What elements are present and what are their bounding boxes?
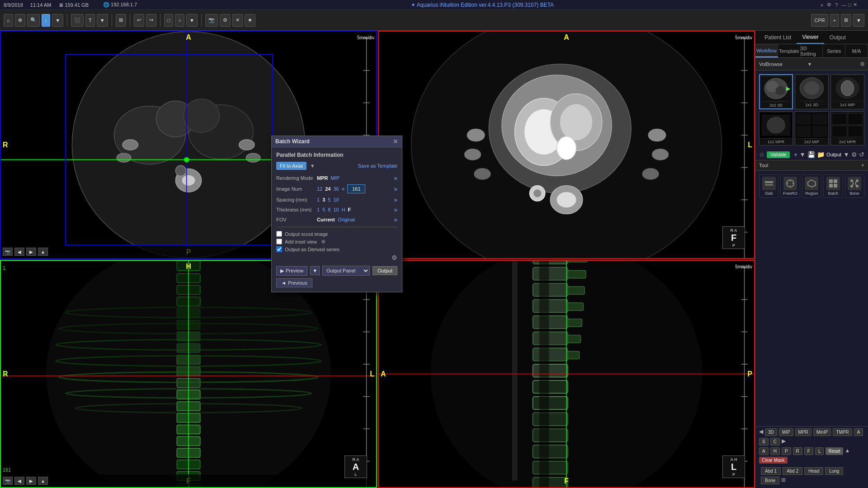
sidebar-tab-template[interactable]: Template: [778, 44, 801, 57]
sidebar-tab-3dsetting[interactable]: 3D Setting: [801, 44, 823, 57]
left-arrow-icon[interactable]: ◀: [759, 428, 763, 436]
vp1-expand[interactable]: ▲: [38, 248, 48, 256]
vp3-camera[interactable]: 📷: [3, 477, 13, 485]
tool-plus[interactable]: +: [830, 14, 839, 27]
bw-thick-5[interactable]: 5: [322, 207, 325, 212]
vol-thumb-2x2-3d[interactable]: ▶ 2x2 3D: [759, 74, 793, 109]
minimize-btn[interactable]: —: [841, 2, 846, 8]
close-btn[interactable]: ✕: [853, 2, 857, 8]
vp1-prev[interactable]: ◀: [14, 248, 24, 256]
orient-p[interactable]: P: [782, 447, 791, 455]
validate-button[interactable]: Validate: [767, 151, 790, 158]
folder-icon[interactable]: 📁: [817, 151, 825, 158]
vp3-next[interactable]: ▶: [26, 477, 36, 485]
mode-minip[interactable]: MinIP: [813, 428, 831, 436]
tool-redo[interactable]: ↪: [146, 14, 156, 27]
bw-fov-current[interactable]: Current: [317, 217, 335, 222]
bw-thick-8[interactable]: 8: [328, 207, 330, 212]
vol-thumb-1x1-mip[interactable]: 1x1 MIP: [830, 74, 864, 109]
refresh-icon[interactable]: ↺: [859, 151, 864, 158]
bodypart-bone[interactable]: Bone: [761, 477, 779, 484]
orient-a[interactable]: A: [759, 447, 769, 455]
clear-mask-button[interactable]: Clear Mask: [759, 457, 788, 464]
bw-opt-36[interactable]: 36: [334, 186, 339, 192]
bodypart-abd1[interactable]: Abd 1: [761, 467, 781, 475]
bw-spacing-5[interactable]: 5: [328, 197, 330, 202]
orient-r[interactable]: R: [793, 447, 802, 455]
vol-thumb-1x1-mpr[interactable]: 1x1 MPR: [759, 111, 793, 145]
bodypart-lung[interactable]: Lung: [825, 467, 843, 475]
add-icon[interactable]: +: [794, 151, 797, 158]
orient-up-icon[interactable]: ▲: [845, 447, 850, 455]
orient-l[interactable]: L: [815, 447, 824, 455]
save-icon[interactable]: 💾: [807, 151, 815, 158]
help-icon[interactable]: ?: [835, 2, 838, 8]
tool-home[interactable]: ⌂: [4, 14, 13, 27]
tool-link[interactable]: ▼: [853, 14, 864, 27]
viewport-sagittal[interactable]: F A P 5mm/div: [378, 260, 755, 488]
tool-square[interactable]: □: [164, 14, 174, 27]
bw-imagenum-forward[interactable]: »: [394, 185, 397, 192]
bw-imagenum-input[interactable]: [347, 184, 365, 193]
bw-gear-icon[interactable]: ⚙: [392, 254, 397, 261]
bw-fov-arrow[interactable]: »: [394, 216, 397, 223]
bw-opt-mip[interactable]: MIP: [330, 175, 340, 181]
settings-icon[interactable]: ⚙: [851, 151, 857, 158]
sidebar-tab-series[interactable]: Series: [823, 44, 845, 57]
mode-mip[interactable]: MIP: [779, 428, 793, 436]
tool-copy[interactable]: ⊞: [841, 14, 851, 27]
bw-thick-10[interactable]: 10: [333, 207, 339, 212]
tool-batch[interactable]: Batch: [823, 174, 843, 198]
mode-3d[interactable]: 3D: [765, 428, 777, 436]
tool-undo[interactable]: ↩: [134, 14, 144, 27]
viewport-axial-red[interactable]: A R L 5mm/div: [378, 31, 755, 259]
bw-previous-button[interactable]: ◄ Previous: [276, 278, 312, 287]
sidebar-tab-workflow[interactable]: Workflow: [755, 44, 778, 57]
star-icon[interactable]: ☆: [759, 151, 765, 158]
bw-opt-24[interactable]: 24: [325, 186, 330, 192]
vol-thumb-2x2-mpr[interactable]: 2x2 MPR: [830, 111, 864, 145]
reset-button[interactable]: Reset: [826, 447, 843, 455]
orient-h[interactable]: H: [770, 447, 780, 455]
bw-save-template[interactable]: Save as Template: [358, 163, 397, 169]
tool-add[interactable]: +: [861, 162, 864, 169]
tool-slab[interactable]: Slab: [759, 174, 778, 198]
tool-text[interactable]: T: [85, 14, 95, 27]
tab-output[interactable]: Output: [824, 31, 851, 44]
tool-bone[interactable]: Bone: [845, 174, 864, 198]
bw-preview-split-btn[interactable]: ▼: [310, 266, 320, 275]
tool-more1[interactable]: ▼: [186, 14, 198, 27]
volbrowse-expand[interactable]: ⊞: [860, 61, 864, 67]
bw-fov-original[interactable]: Original: [338, 217, 355, 222]
bw-dropdown-arrow[interactable]: ▼: [310, 163, 315, 169]
cpr-btn[interactable]: CPR: [811, 14, 828, 27]
tool-pointer[interactable]: ↕: [42, 14, 51, 27]
vp1-next[interactable]: ▶: [26, 248, 36, 256]
tool-freero[interactable]: FreeRO: [780, 174, 800, 198]
tool-text-arrow[interactable]: ▼: [97, 14, 108, 27]
vp3-prev[interactable]: ◀: [14, 477, 24, 485]
vp3-expand[interactable]: ▲: [38, 477, 48, 485]
tool-cursor[interactable]: ▼: [52, 14, 63, 27]
sidebar-tab-ma[interactable]: M/A: [845, 44, 868, 57]
bw-thickness-arrow[interactable]: »: [394, 206, 397, 213]
bw-output-panel-select[interactable]: Output Panel: [322, 266, 370, 276]
tab-patient-list[interactable]: Patient List: [759, 31, 797, 44]
mode-mpr[interactable]: MPR: [795, 428, 811, 436]
bodypart-expand[interactable]: ⊞: [781, 477, 786, 484]
bw-output-button[interactable]: Output: [373, 266, 397, 275]
bodypart-abd2[interactable]: Abd 2: [783, 467, 802, 475]
bw-derived-checkbox[interactable]: [276, 246, 282, 252]
add-more-icon[interactable]: ▼: [799, 151, 806, 158]
bw-thick-h[interactable]: H: [342, 207, 345, 212]
bw-inset-icon[interactable]: ⊞: [321, 239, 325, 244]
tool-settings2[interactable]: ⚙: [220, 14, 231, 27]
mode-a[interactable]: A: [854, 428, 863, 436]
tab-viewer[interactable]: Viewer: [797, 31, 824, 44]
bw-thick-f[interactable]: F: [348, 207, 351, 212]
mode-tmpr[interactable]: TMPR: [833, 428, 852, 436]
tool-move[interactable]: ⊕: [15, 14, 25, 27]
tool-window[interactable]: ⬛: [71, 14, 84, 27]
output-dropdown[interactable]: ▼: [843, 151, 849, 158]
nav-left-icon[interactable]: «: [821, 2, 823, 8]
